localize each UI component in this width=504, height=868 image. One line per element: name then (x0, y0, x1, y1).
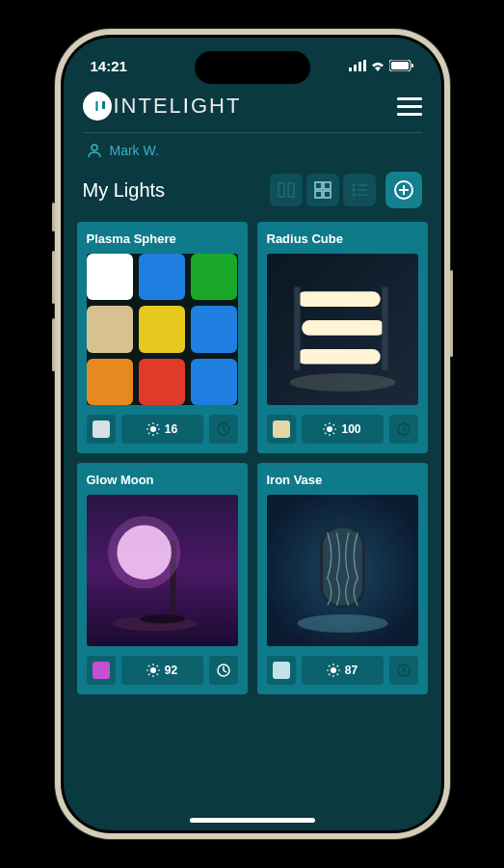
svg-rect-5 (391, 62, 409, 69)
svg-rect-36 (294, 287, 300, 370)
svg-rect-34 (302, 320, 385, 336)
color-button[interactable] (267, 656, 296, 685)
light-card[interactable]: Iron Vase (257, 463, 428, 694)
color-swatch[interactable] (191, 359, 237, 405)
svg-point-54 (150, 667, 156, 673)
light-preview (87, 254, 238, 405)
brightness-button[interactable]: 16 (121, 415, 203, 444)
view-grid-button[interactable] (306, 174, 339, 206)
color-swatch[interactable] (87, 359, 133, 405)
user-row[interactable]: Mark W. (64, 133, 441, 168)
svg-point-67 (331, 667, 336, 673)
lights-grid: Plasma Sphere 16 (64, 222, 441, 694)
svg-rect-12 (315, 191, 322, 198)
svg-line-29 (156, 433, 157, 434)
light-preview (267, 495, 418, 646)
view-controls (270, 172, 422, 208)
color-swatch[interactable] (139, 306, 185, 352)
timer-button[interactable] (389, 656, 418, 685)
svg-line-72 (329, 665, 330, 666)
list-icon (351, 181, 368, 199)
light-card[interactable]: Radius Cube (257, 222, 428, 453)
user-icon (87, 143, 102, 158)
phone-frame: 14:21 I INTELIGHT Mark W. (55, 29, 450, 839)
color-swatch[interactable] (191, 254, 237, 300)
svg-line-60 (156, 674, 157, 675)
svg-rect-2 (358, 62, 361, 71)
logo-mark-icon: I (83, 92, 112, 121)
clock-icon (216, 663, 231, 678)
volume-up-button (52, 251, 55, 304)
svg-rect-1 (354, 65, 357, 71)
svg-rect-6 (411, 64, 413, 68)
view-columns-button[interactable] (270, 174, 303, 206)
svg-line-74 (329, 674, 330, 675)
light-card[interactable]: Plasma Sphere 16 (77, 222, 248, 453)
brightness-value: 100 (341, 422, 360, 436)
plus-circle-icon (393, 179, 414, 201)
svg-rect-10 (315, 182, 322, 189)
light-illustration (267, 495, 418, 646)
side-button (52, 203, 55, 231)
svg-line-30 (148, 433, 149, 434)
page-title: My Lights (83, 179, 166, 202)
light-name: Iron Vase (267, 473, 418, 487)
svg-rect-37 (382, 287, 387, 370)
svg-point-7 (92, 145, 97, 150)
brightness-icon (323, 422, 336, 436)
brightness-icon (146, 664, 160, 677)
timer-button[interactable] (209, 415, 238, 444)
light-illustration (87, 495, 238, 646)
color-swatch[interactable] (139, 359, 185, 405)
add-light-button[interactable] (385, 172, 422, 208)
view-list-button[interactable] (343, 174, 376, 206)
svg-rect-11 (324, 182, 331, 189)
color-button[interactable] (267, 415, 296, 444)
timer-button[interactable] (389, 415, 418, 444)
brightness-icon (146, 422, 160, 436)
svg-rect-33 (297, 291, 380, 307)
svg-rect-13 (324, 191, 331, 198)
svg-line-62 (156, 665, 157, 666)
brightness-button[interactable]: 100 (302, 415, 384, 444)
cellular-icon (349, 60, 366, 71)
svg-rect-0 (349, 68, 352, 71)
light-card[interactable]: Glow Moon 9 (77, 463, 248, 694)
color-swatch[interactable] (139, 254, 185, 300)
status-time: 14:21 (91, 58, 127, 74)
menu-button[interactable] (397, 97, 422, 116)
clock-icon (396, 663, 411, 678)
user-name: Mark W. (110, 143, 159, 158)
light-preview (267, 254, 418, 405)
clock-icon (396, 421, 411, 437)
color-button[interactable] (87, 656, 116, 685)
brightness-value: 16 (165, 422, 177, 436)
color-swatch[interactable] (191, 306, 237, 352)
grid-icon (314, 181, 332, 199)
timer-button[interactable] (209, 656, 238, 685)
svg-point-18 (353, 194, 355, 196)
power-button (450, 270, 453, 357)
svg-point-52 (107, 516, 179, 588)
color-swatch[interactable] (87, 306, 133, 352)
brightness-value: 87 (345, 664, 358, 677)
svg-line-73 (336, 674, 337, 675)
svg-rect-3 (363, 60, 366, 71)
home-indicator[interactable] (190, 818, 315, 823)
svg-point-39 (327, 426, 332, 432)
svg-line-46 (325, 433, 326, 434)
color-swatch[interactable] (87, 254, 133, 300)
volume-down-button (52, 318, 55, 371)
brightness-button[interactable]: 87 (302, 656, 384, 685)
clock-icon (216, 421, 231, 437)
svg-rect-35 (297, 349, 380, 365)
svg-point-38 (289, 373, 395, 392)
notch (195, 51, 310, 84)
brand-logo[interactable]: I INTELIGHT (83, 92, 242, 121)
color-button[interactable] (87, 415, 116, 444)
svg-line-45 (333, 433, 334, 434)
columns-icon (278, 181, 295, 199)
brightness-button[interactable]: 92 (121, 656, 203, 685)
svg-point-53 (139, 614, 184, 623)
svg-line-59 (148, 665, 149, 666)
